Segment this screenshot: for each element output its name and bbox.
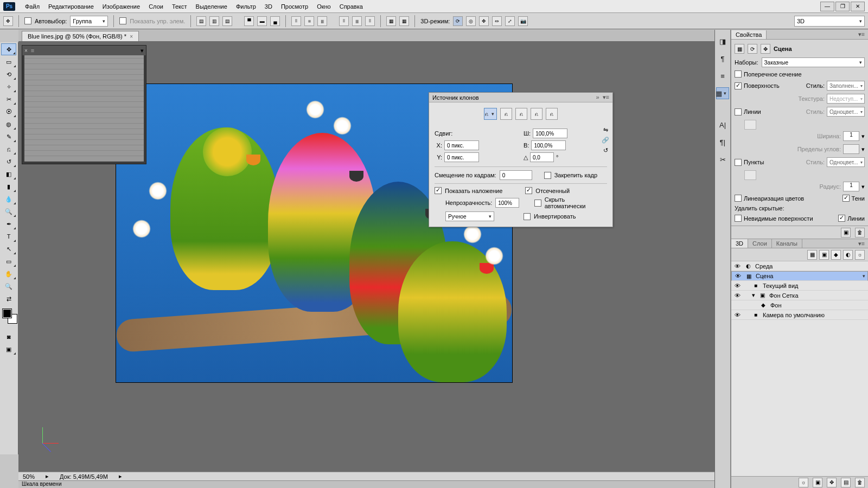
lasso-tool[interactable]: ⟲ bbox=[1, 68, 16, 80]
menu-image[interactable]: Изображение bbox=[98, 3, 144, 10]
filter-lights-icon[interactable]: ◐ bbox=[843, 250, 853, 260]
clone-source-panel[interactable]: Источник клонов » ▾≡ ⎌ ⎌ ⎌ ⎌ ⎌ ⇋ 🔗 ↺ Сдв… bbox=[429, 92, 613, 227]
clone-source-header[interactable]: Источник клонов » ▾≡ bbox=[429, 93, 612, 102]
navigator-header[interactable]: × ≡ ▾ bbox=[22, 46, 146, 55]
texture-select[interactable]: Недоступ... bbox=[827, 94, 865, 104]
eyedropper-tool[interactable]: ⦿ bbox=[1, 106, 16, 118]
clipped-checkbox[interactable]: ✓ bbox=[525, 187, 532, 194]
menu-file[interactable]: Файл bbox=[21, 3, 44, 10]
filter-all-icon[interactable]: ▦ bbox=[807, 250, 817, 260]
foreground-color[interactable] bbox=[2, 309, 12, 318]
filter-meshes-icon[interactable]: ▣ bbox=[819, 250, 829, 260]
collapse-icon[interactable]: » bbox=[596, 94, 599, 101]
auto-align-2-icon[interactable]: ▦ bbox=[399, 16, 409, 26]
lines-style-select[interactable]: Одноцвет... bbox=[827, 107, 865, 117]
3d-orbit-icon[interactable]: ⟳ bbox=[453, 16, 463, 26]
align-bottom-icon[interactable]: ▄ bbox=[270, 16, 280, 26]
marquee-tool[interactable]: ▭ bbox=[1, 56, 16, 68]
auto-hide-checkbox[interactable] bbox=[534, 200, 541, 207]
visibility-icon[interactable]: 👁 bbox=[733, 312, 741, 318]
histogram-icon[interactable]: ◨ bbox=[717, 35, 729, 47]
dodge-tool[interactable]: 🔍 bbox=[1, 206, 16, 217]
type-tool[interactable]: T bbox=[1, 230, 16, 242]
paragraph-styles-icon[interactable]: ¶| bbox=[717, 136, 729, 148]
presets-select[interactable]: Заказные bbox=[762, 57, 865, 67]
screen-mode-tool[interactable]: ▣ bbox=[1, 343, 16, 355]
navigator-thumbnail[interactable] bbox=[24, 55, 144, 162]
menu-edit[interactable]: Редактирование bbox=[44, 3, 98, 10]
filter-lights2-icon[interactable]: ☼ bbox=[855, 250, 865, 260]
menu-select[interactable]: Выделение bbox=[192, 3, 232, 10]
character-icon[interactable]: ¶ bbox=[717, 53, 729, 65]
trash-icon[interactable]: 🗑 bbox=[855, 228, 865, 237]
paragraph-icon[interactable]: ≡ bbox=[717, 70, 729, 82]
tools-presets-icon[interactable]: ✂ bbox=[717, 153, 729, 165]
magic-wand-tool[interactable]: ✧ bbox=[1, 81, 16, 93]
flip-h-icon[interactable]: ⇋ bbox=[603, 126, 608, 133]
align-right-icon[interactable]: ▤ bbox=[222, 16, 232, 26]
tree-row-current-view[interactable]: 👁■Текущий вид bbox=[731, 281, 868, 291]
menu-text[interactable]: Текст bbox=[168, 3, 192, 10]
3d-axis-gizmo[interactable] bbox=[42, 422, 64, 444]
3d-roll-icon[interactable]: ◎ bbox=[466, 16, 476, 26]
surface-checkbox[interactable]: ✓ bbox=[735, 82, 742, 89]
foreground-background-swap[interactable]: ⇄ bbox=[1, 293, 16, 305]
history-brush-tool[interactable]: ↺ bbox=[1, 156, 16, 168]
new-light-icon[interactable]: ☼ bbox=[799, 478, 808, 487]
width-input[interactable]: 1 bbox=[843, 131, 859, 141]
panel-menu-icon[interactable]: ▾≡ bbox=[855, 239, 868, 248]
blur-tool[interactable]: 💧 bbox=[1, 193, 16, 205]
timeline-panel-tab[interactable]: Шкала времени bbox=[18, 480, 714, 488]
clone-slot-1[interactable]: ⎌ bbox=[484, 108, 497, 120]
hand-tool[interactable]: ✋ bbox=[1, 268, 16, 280]
scene-coords-icon[interactable]: ✥ bbox=[761, 44, 770, 54]
doc-size-arrow-icon[interactable]: ▸ bbox=[119, 473, 122, 480]
cross-section-checkbox[interactable] bbox=[735, 70, 742, 78]
pen-tool[interactable]: ✒ bbox=[1, 218, 16, 230]
menu-layers[interactable]: Слои bbox=[144, 3, 168, 10]
lines2-checkbox[interactable]: ✓ bbox=[838, 215, 845, 222]
zoom-level[interactable]: 50% bbox=[23, 473, 35, 480]
points-color-swatch[interactable] bbox=[744, 170, 756, 180]
align-top-icon[interactable]: ▀ bbox=[244, 16, 254, 26]
angle-threshold-input[interactable] bbox=[843, 144, 859, 154]
close-tab-icon[interactable]: × bbox=[130, 34, 133, 40]
width-input[interactable]: 100,0% bbox=[533, 129, 567, 138]
angle-input[interactable]: 0,0 bbox=[530, 152, 554, 162]
workspace-select[interactable]: 3D bbox=[794, 16, 865, 27]
clone-slot-2[interactable]: ⎌ bbox=[500, 108, 512, 120]
tree-row-default-camera[interactable]: 👁■Камера по умолчанию bbox=[731, 310, 868, 320]
document-tab[interactable]: Blue lines.jpg @ 50% (Фон, RGB/8) * × bbox=[22, 31, 139, 41]
distribute-5-icon[interactable]: ⫼ bbox=[352, 16, 362, 26]
new-layer-icon[interactable]: ▤ bbox=[841, 478, 851, 487]
visibility-icon[interactable]: 👁 bbox=[733, 263, 741, 269]
visibility-icon[interactable]: 👁 bbox=[733, 282, 741, 289]
expand-arrow-icon[interactable]: ▾ bbox=[752, 292, 755, 299]
minimize-button[interactable]: — bbox=[820, 2, 834, 11]
scene-environment-icon[interactable]: ▦ bbox=[735, 44, 744, 54]
invert-checkbox[interactable] bbox=[524, 213, 531, 220]
clone-slot-4[interactable]: ⎌ bbox=[531, 108, 542, 120]
tab-3d[interactable]: 3D bbox=[731, 239, 748, 248]
x-input[interactable]: 0 пикс. bbox=[444, 140, 479, 150]
visibility-icon[interactable]: 👁 bbox=[734, 273, 742, 279]
height-input[interactable]: 100,0% bbox=[531, 140, 566, 150]
menu-help[interactable]: Справка bbox=[335, 3, 367, 10]
zoom-tool[interactable]: 🔍 bbox=[1, 280, 16, 292]
radius-input[interactable]: 1 bbox=[843, 182, 859, 191]
panel-menu-icon[interactable]: ▾≡ bbox=[603, 94, 609, 101]
angle-threshold-stepper-icon[interactable]: ▾ bbox=[861, 146, 865, 153]
filter-materials-icon[interactable]: ◆ bbox=[831, 250, 841, 260]
clone-slot-5[interactable]: ⎌ bbox=[546, 108, 558, 120]
distribute-v-icon[interactable]: ≡ bbox=[304, 16, 314, 26]
3d-scale-icon[interactable]: ⤢ bbox=[505, 16, 515, 26]
points-style-select[interactable]: Одноцвет... bbox=[827, 157, 865, 167]
opacity-input[interactable]: 100% bbox=[495, 198, 519, 208]
color-swatches[interactable] bbox=[1, 309, 17, 330]
visibility-icon[interactable]: 👁 bbox=[733, 292, 741, 299]
gradient-tool[interactable]: ▮ bbox=[1, 181, 16, 192]
properties-tab[interactable]: Свойства bbox=[731, 30, 767, 39]
clone-stamp-tool[interactable]: ⎌ bbox=[1, 143, 16, 155]
render-icon[interactable]: ▣ bbox=[841, 228, 851, 237]
restore-button[interactable]: ❐ bbox=[835, 2, 850, 11]
